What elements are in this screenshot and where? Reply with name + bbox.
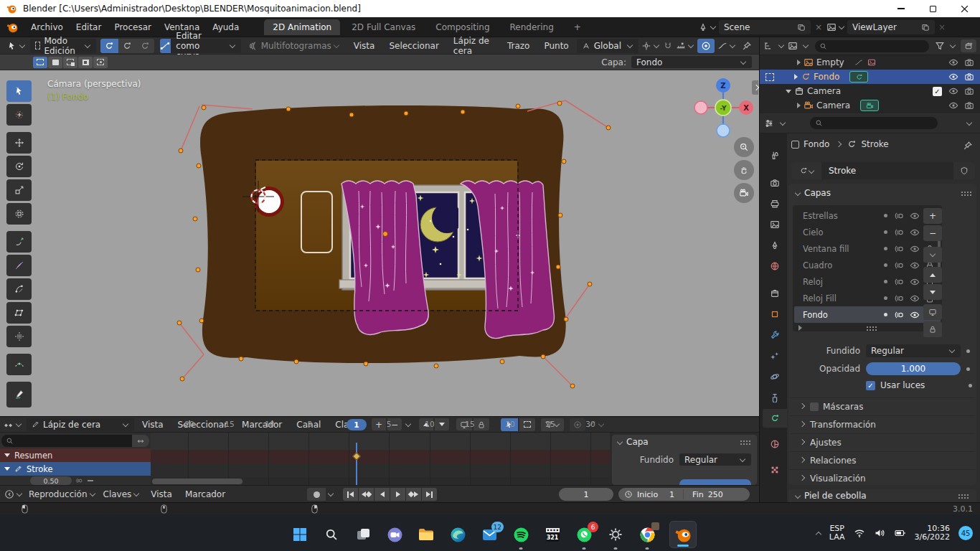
scene-selector[interactable]: Scene — [719, 20, 811, 34]
section-ajustes[interactable]: Ajustes — [790, 433, 975, 451]
opacidad-slider[interactable]: 1.000 — [866, 362, 961, 375]
menu-trazo[interactable]: Trazo — [501, 41, 537, 51]
tab-tool[interactable] — [763, 146, 787, 165]
outliner-row-camera-object[interactable]: Camera — [760, 98, 980, 113]
timeline-canvas[interactable] — [151, 433, 610, 485]
onion-skin-icon[interactable] — [895, 227, 905, 237]
tab-constraints[interactable] — [763, 388, 787, 407]
hide-eye-icon[interactable] — [910, 310, 920, 320]
zoom-button[interactable] — [734, 137, 754, 157]
battery-icon[interactable] — [894, 527, 906, 539]
multiframe-dropdown[interactable]: Multifotogramas — [248, 41, 340, 51]
workspace-tab-2d-animation[interactable]: 2D Animation — [264, 19, 340, 35]
usar-luces-checkbox[interactable]: ✓ — [866, 381, 875, 390]
fundido-dropdown[interactable]: Regular — [866, 344, 961, 357]
section-transformacion[interactable]: Transformación — [790, 415, 975, 433]
select-mode-new-button[interactable] — [33, 57, 47, 68]
tab-texture[interactable] — [763, 461, 787, 479]
select-mode-intersect-button[interactable] — [93, 57, 108, 68]
copy-icon[interactable] — [921, 23, 930, 32]
tab-world[interactable] — [763, 257, 787, 276]
outliner-row-empty[interactable]: Empty — [760, 55, 980, 70]
keys-menu[interactable]: Claves — [103, 489, 141, 499]
move-layer-up-button[interactable] — [923, 267, 942, 283]
select-segment-mode-button[interactable] — [136, 39, 154, 53]
maximize-button[interactable] — [917, 0, 948, 17]
blender-taskbar-button-active[interactable] — [669, 521, 697, 548]
task-view-button[interactable] — [354, 525, 372, 544]
play-reverse-button[interactable] — [374, 488, 390, 501]
tool-move-button[interactable] — [6, 132, 32, 154]
viewlayer-browse-button[interactable] — [826, 22, 845, 32]
menu-seleccionar[interactable]: Seleccionar — [382, 41, 445, 51]
properties-options-chevron[interactable] — [966, 119, 972, 125]
onion-skin-icon[interactable] — [895, 211, 905, 221]
select-mode-extend-button[interactable] — [48, 57, 62, 68]
pin-icon[interactable] — [963, 141, 973, 151]
move-layer-down-button[interactable] — [923, 284, 942, 300]
layer-row-ventana-fill[interactable]: Ventana fill — [794, 240, 941, 257]
properties-search-input[interactable] — [810, 117, 938, 129]
tab-modifiers[interactable] — [763, 326, 787, 344]
menu-procesar[interactable]: Procesar — [108, 22, 158, 32]
menu-lapiz-de-cera[interactable]: Lápiz de cera — [447, 36, 499, 56]
tab-object-data[interactable] — [763, 409, 787, 428]
section-visualizacion[interactable]: Visualización — [790, 469, 975, 486]
channel-resumen[interactable]: Resumen — [0, 448, 151, 462]
select-stroke-mode-button[interactable] — [118, 39, 136, 53]
select-mode-subtract-button[interactable] — [63, 57, 77, 68]
current-frame-field[interactable]: 1 — [559, 488, 613, 501]
hide-eye-icon[interactable] — [910, 211, 920, 221]
layer-dropdown[interactable]: Fondo — [631, 56, 752, 68]
select-point-mode-button[interactable] — [100, 39, 118, 53]
dopesheet-mode-dropdown[interactable]: Lápiz de cera — [27, 418, 134, 431]
scene-browse-button[interactable] — [698, 22, 717, 32]
onion-skin-icon[interactable] — [895, 260, 905, 270]
pan-hand-button[interactable] — [734, 160, 754, 180]
capa-panel-header[interactable]: Capa — [612, 435, 757, 449]
capa-fundido-dropdown[interactable]: Regular — [679, 453, 751, 466]
viewport-canvas[interactable]: Cámara (perspectiva) (1) Fondo Z X -Y — [0, 70, 759, 416]
mode-dropdown[interactable]: Modo Edición — [30, 39, 96, 53]
camera-view-button[interactable] — [734, 183, 754, 203]
layer-row-cuadro[interactable]: Cuadro — [794, 257, 941, 273]
disable-render-icon[interactable] — [964, 86, 974, 96]
orientation-dropdown[interactable]: Global — [577, 39, 639, 53]
move-channel-down-button[interactable] — [435, 418, 449, 430]
menu-editar[interactable]: Editar — [70, 22, 108, 32]
hide-eye-icon[interactable] — [948, 100, 958, 110]
onion-skin-icon[interactable] — [895, 277, 905, 287]
mail-button[interactable]: 12 — [480, 525, 499, 544]
add-keyframe-button[interactable]: + — [372, 418, 386, 430]
jump-to-end-button[interactable] — [422, 488, 437, 501]
onion-skin-panel-header[interactable]: Piel de cebolla — [788, 489, 976, 502]
workspace-tab-compositing[interactable]: Compositing — [427, 19, 498, 35]
outliner-search-input[interactable] — [815, 40, 929, 52]
tab-material[interactable] — [763, 435, 787, 453]
collection-checkbox[interactable]: ✓ — [933, 87, 942, 96]
tool-radius-button[interactable] — [6, 255, 32, 276]
snap-settings-dropdown[interactable] — [676, 41, 694, 51]
keyframe-options-chevron[interactable] — [405, 420, 411, 426]
playhead-line[interactable] — [356, 443, 357, 485]
curve-editing-toggle[interactable] — [160, 39, 171, 53]
next-keyframe-button[interactable] — [406, 488, 421, 501]
viewlayer-selector[interactable]: ViewLayer — [847, 20, 935, 34]
capa-opacity-slider-clipped[interactable] — [679, 479, 751, 485]
outliner-row-fondo-selected[interactable]: Fondo — [760, 70, 980, 84]
fin-label[interactable]: Fin — [692, 490, 704, 499]
opacity-mini-slider[interactable]: 0.50 — [30, 476, 72, 485]
minimize-button[interactable] — [885, 0, 917, 17]
channel-partial-row[interactable]: 0.50 — [0, 476, 151, 485]
layer-row-fondo-selected[interactable]: Fondo — [794, 306, 941, 323]
curve-edit-dropdown[interactable]: Editar como curva — [171, 39, 240, 53]
datablock-name-input[interactable]: Stroke — [821, 166, 953, 176]
playback-menu[interactable]: Reproducción — [29, 489, 96, 499]
edge-button[interactable] — [448, 525, 467, 544]
blender-menu-logo-icon[interactable] — [6, 21, 19, 34]
hide-eye-icon[interactable] — [948, 86, 958, 96]
pivot-dropdown[interactable] — [641, 41, 660, 51]
timeline-ruler[interactable] — [151, 433, 610, 450]
layer-row-reloj[interactable]: Reloj — [794, 273, 941, 290]
animate-dot-icon[interactable] — [969, 384, 972, 387]
